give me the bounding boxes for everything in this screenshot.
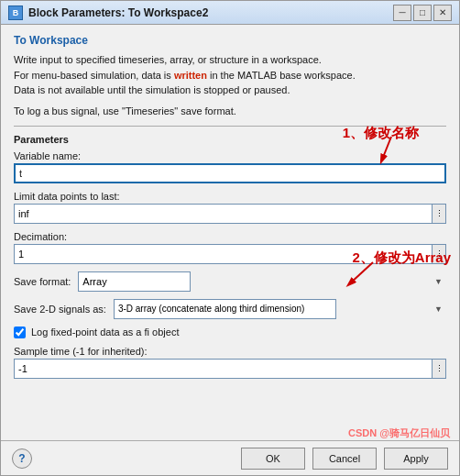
window-title: Block Parameters: To Workspace2 [28, 6, 208, 19]
decimation-group: Decimation: ⋮ [14, 231, 446, 264]
decimation-label: Decimation: [14, 231, 446, 242]
divider [14, 126, 446, 127]
limit-group: Limit data points to last: ⋮ [14, 191, 446, 224]
maximize-button[interactable]: □ [413, 5, 432, 21]
minimize-button[interactable]: ─ [393, 5, 411, 21]
params-label: Parameters [14, 134, 446, 145]
fi-checkbox[interactable] [14, 327, 26, 338]
bus-info: To log a bus signal, use "Timeseries" sa… [14, 105, 446, 116]
title-bar: B Block Parameters: To Workspace2 ─ □ ✕ [1, 1, 459, 25]
decimation-side-btn[interactable]: ⋮ [432, 244, 446, 264]
limit-side-btn[interactable]: ⋮ [432, 204, 446, 224]
main-window: B Block Parameters: To Workspace2 ─ □ ✕ … [0, 0, 460, 476]
desc-line-2: For menu-based simulation, data is writt… [14, 70, 356, 81]
save-2d-select[interactable]: 3-D array (concatenate along third dimen… [114, 299, 336, 319]
checkbox-group: Log fixed-point data as a fi object [14, 327, 446, 338]
description-text: Write input to specified timeseries, arr… [14, 52, 446, 98]
sample-time-side-btn[interactable]: ⋮ [432, 359, 446, 379]
save-2d-group: Save 2-D signals as: 3-D array (concaten… [14, 299, 446, 319]
decimation-input[interactable] [14, 244, 432, 264]
footer-left: ? [12, 448, 32, 469]
content-area: To Workspace Write input to specified ti… [1, 25, 459, 440]
variable-name-label: Variable name: [14, 150, 446, 161]
fi-checkbox-label: Log fixed-point data as a fi object [31, 327, 179, 338]
desc-line-1: Write input to specified timeseries, arr… [14, 54, 322, 65]
limit-label: Limit data points to last: [14, 191, 446, 202]
save-2d-select-wrapper: 3-D array (concatenate along third dimen… [114, 299, 446, 319]
title-bar-left: B Block Parameters: To Workspace2 [8, 6, 208, 20]
desc-line-3: Data is not available until the simulati… [14, 84, 290, 95]
sample-time-label: Sample time (-1 for inherited): [14, 346, 446, 357]
apply-button[interactable]: Apply [384, 448, 448, 470]
decimation-input-wrapper: ⋮ [14, 244, 446, 264]
footer: ? OK Cancel Apply [1, 440, 459, 475]
section-header: To Workspace [14, 34, 446, 47]
save-2d-label: Save 2-D signals as: [14, 304, 106, 315]
variable-name-input[interactable] [14, 163, 446, 183]
save-format-group: Save format: Array Structure Structure W… [14, 271, 446, 292]
window-icon: B [8, 6, 23, 20]
help-button[interactable]: ? [12, 448, 32, 469]
limit-input-wrapper: ⋮ [14, 204, 446, 224]
title-bar-controls: ─ □ ✕ [393, 5, 452, 21]
sample-time-input[interactable] [14, 359, 432, 379]
save-format-select-wrapper: Array Structure Structure With Time Time… [78, 271, 446, 292]
cancel-button[interactable]: Cancel [312, 448, 377, 470]
ok-button[interactable]: OK [241, 448, 305, 470]
footer-buttons: OK Cancel Apply [241, 448, 448, 470]
sample-time-input-wrapper: ⋮ [14, 359, 446, 379]
limit-input[interactable] [14, 204, 432, 224]
save-format-select[interactable]: Array Structure Structure With Time Time… [78, 271, 191, 292]
close-button[interactable]: ✕ [433, 5, 452, 21]
variable-name-group: Variable name: 1、修改名称 [14, 150, 446, 183]
sample-time-group: Sample time (-1 for inherited): ⋮ [14, 346, 446, 379]
save-format-label: Save format: [14, 276, 71, 287]
